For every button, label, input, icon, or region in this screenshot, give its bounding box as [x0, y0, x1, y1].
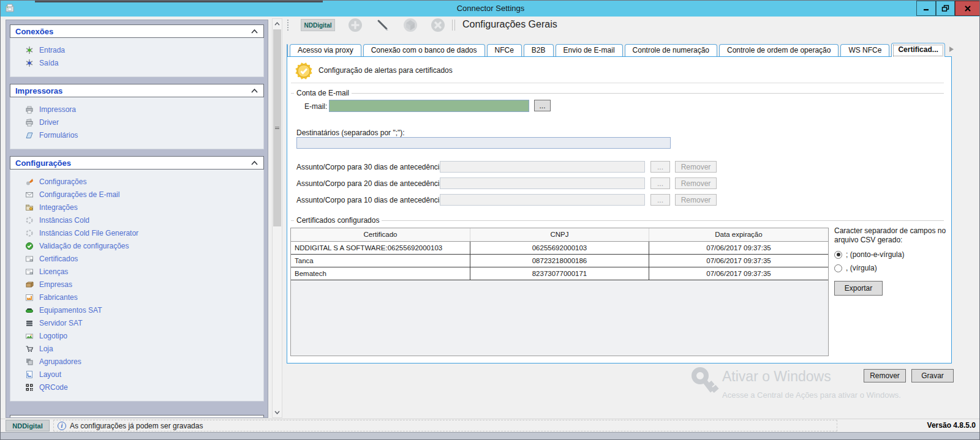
- sidebar-item-qrcode[interactable]: QRCode: [10, 381, 263, 393]
- sidebar-group-header-conexoes[interactable]: Conexões: [10, 24, 264, 38]
- toolbar-grip-icon[interactable]: [287, 20, 290, 31]
- scroll-down-arrow-icon[interactable]: [273, 408, 282, 417]
- chevron-up-icon: [251, 88, 258, 94]
- radio-semicolon-option[interactable]: ; (ponto-e-vírgula): [834, 250, 904, 259]
- scroll-up-arrow-icon[interactable]: [273, 19, 282, 29]
- sidebar-item-validacao-configuracoes[interactable]: Validação de configurações: [10, 239, 263, 252]
- table-row[interactable]: NDDIGITAL S A SOFTWARE:06255692000103 06…: [291, 242, 828, 255]
- radio-selected-icon[interactable]: [834, 251, 842, 259]
- info-icon: i: [58, 422, 66, 430]
- sidebar-item-certificados[interactable]: Certificados: [10, 252, 263, 265]
- subject-20-label: Assunto/Corpo para 20 dias de antecedênc…: [296, 179, 446, 188]
- windows-key-icon: [690, 367, 719, 401]
- table-row[interactable]: Tanca 08723218000186 07/06/2017 09:37:35: [291, 255, 828, 267]
- column-header-cnpj[interactable]: CNPJ: [470, 228, 649, 241]
- form-page-icon: [25, 131, 34, 140]
- main-toolbar: NDDigital Configurações Gerais: [284, 17, 979, 33]
- column-header-certificado[interactable]: Certificado: [291, 228, 470, 241]
- sidebar-item-layout[interactable]: Layout: [10, 368, 263, 381]
- certificates-table: Certificado CNPJ Data expiração NDDIGITA…: [290, 228, 829, 356]
- sidebar-item-impressora[interactable]: Impressora: [10, 103, 263, 116]
- table-row[interactable]: Bematech 82373077000171 07/06/2017 09:37…: [291, 267, 828, 280]
- export-button[interactable]: Exportar: [834, 281, 883, 296]
- license-card-icon: [25, 267, 34, 276]
- sidebar-item-fabricantes[interactable]: Fabricantes: [10, 291, 263, 304]
- sidebar-item-configuracoes-email[interactable]: Configurações de E-mail: [10, 188, 263, 201]
- close-button[interactable]: [955, 1, 980, 16]
- status-message: As configurações já podem ser gravadas: [70, 422, 203, 430]
- recipients-input[interactable]: [296, 137, 671, 149]
- sidebar-item-instancias-cold-file-generator[interactable]: Instâncias Cold File Generator: [10, 226, 263, 239]
- status-bar: NDDigital i As configurações já podem se…: [1, 419, 980, 432]
- tab-clipped[interactable]: [287, 44, 288, 57]
- radio-label: ; (ponto-e-vírgula): [846, 250, 904, 259]
- sidebar-item-instancias-cold[interactable]: Instâncias Cold: [10, 214, 263, 226]
- subject-30-remove-button[interactable]: Remover: [675, 161, 717, 173]
- panel-header-text: Configuração de alertas para certificado…: [318, 66, 453, 75]
- version-label: Versão 4.8.5.0: [927, 421, 976, 430]
- tab-scroll-right-icon[interactable]: [949, 46, 955, 53]
- minimize-button[interactable]: [916, 1, 936, 16]
- restore-button[interactable]: [936, 1, 955, 16]
- edit-pencil-button[interactable]: [375, 17, 391, 33]
- sidebar-item-agrupadores[interactable]: Agrupadores: [10, 355, 263, 368]
- cell-data-expiracao: 07/06/2017 09:37:35: [649, 255, 828, 267]
- sidebar-group-header-impressoras[interactable]: Impressoras: [10, 84, 264, 97]
- subject-30-browse-button[interactable]: ...: [650, 161, 670, 173]
- tab-controle-numeracao[interactable]: Controle de numeração: [625, 44, 717, 57]
- footer-remove-button[interactable]: Remover: [864, 369, 906, 382]
- page-title: Configurações Gerais: [462, 19, 557, 30]
- connector-in-icon: [25, 46, 34, 54]
- subject-20-input[interactable]: [440, 177, 645, 189]
- sidebar-item-empresas[interactable]: Empresas: [10, 278, 263, 291]
- tab-nfce[interactable]: NFCe: [487, 44, 522, 57]
- subject-10-input[interactable]: [440, 194, 645, 206]
- email-input[interactable]: [329, 100, 529, 112]
- printer-icon: [25, 105, 34, 114]
- sidebar-scrollbar[interactable]: [272, 18, 282, 418]
- shopping-cart-icon: [25, 345, 34, 353]
- tab-acesso-via-proxy[interactable]: Acesso via proxy: [290, 44, 361, 57]
- sidebar-item-saida[interactable]: Saída: [10, 56, 263, 69]
- sidebar-group-header-configuracoes[interactable]: Configurações: [10, 156, 264, 170]
- subject-30-input[interactable]: [440, 161, 645, 173]
- process-cube-button[interactable]: [402, 17, 418, 33]
- cancel-button[interactable]: [430, 17, 446, 33]
- tab-conexao-banco-dados[interactable]: Conexão com o banco de dados: [363, 44, 485, 57]
- sidebar-item-equipamentos-sat[interactable]: Equipamentos SAT: [10, 304, 263, 316]
- footer-save-button[interactable]: Gravar: [911, 369, 954, 382]
- sidebar-item-configuracoes[interactable]: Configurações: [10, 175, 263, 188]
- sidebar-item-integracoes[interactable]: Integrações: [10, 201, 263, 214]
- connector-out-icon: [25, 59, 34, 67]
- sidebar-item-driver[interactable]: Driver: [10, 116, 263, 129]
- csv-export-panel: Caracter separador de campos no arquivo …: [834, 226, 949, 245]
- scrollbar-thumb[interactable]: [273, 29, 281, 226]
- tab-certificados-active[interactable]: Certificad...: [891, 43, 944, 57]
- tab-envio-email[interactable]: Envio de E-mail: [556, 44, 623, 57]
- subject-20-browse-button[interactable]: ...: [650, 177, 670, 189]
- subject-20-remove-button[interactable]: Remover: [675, 177, 717, 189]
- tab-controle-ordem-operacao[interactable]: Controle de ordem de operação: [719, 44, 839, 57]
- radio-unselected-icon[interactable]: [834, 264, 842, 272]
- sidebar-item-label: Licenças: [39, 267, 68, 276]
- sidebar-group-jobs-nfce: Jobs de trabalho NFC-e: [10, 415, 264, 418]
- sidebar-item-loja[interactable]: Loja: [10, 342, 263, 355]
- sidebar-item-servidor-sat[interactable]: Servidor SAT: [10, 316, 263, 329]
- column-header-data-expiracao[interactable]: Data expiração: [649, 228, 828, 241]
- sidebar-item-licencas[interactable]: Licenças: [10, 265, 263, 278]
- certificates-group-line: [291, 220, 944, 221]
- email-browse-button[interactable]: ...: [534, 100, 551, 111]
- tab-focus-rect: [893, 45, 943, 56]
- sidebar-group-configuracoes: Configurações Configurações Configuraçõe…: [10, 156, 264, 401]
- sidebar-item-entrada[interactable]: Entrada: [10, 43, 263, 56]
- tab-ws-nfce[interactable]: WS NFCe: [840, 44, 889, 57]
- subject-10-browse-button[interactable]: ...: [650, 194, 670, 206]
- sidebar-item-label: Instâncias Cold: [39, 216, 89, 225]
- subject-10-remove-button[interactable]: Remover: [675, 194, 717, 206]
- radio-comma-option[interactable]: , (vírgula): [834, 264, 877, 272]
- add-button[interactable]: [347, 17, 363, 33]
- sidebar-group-header-jobs-nfce[interactable]: Jobs de trabalho NFC-e: [10, 415, 264, 418]
- tab-b2b[interactable]: B2B: [524, 44, 554, 57]
- sidebar-item-formularios[interactable]: Formulários: [10, 129, 263, 141]
- sidebar-item-logotipo[interactable]: Logotipo: [10, 329, 263, 342]
